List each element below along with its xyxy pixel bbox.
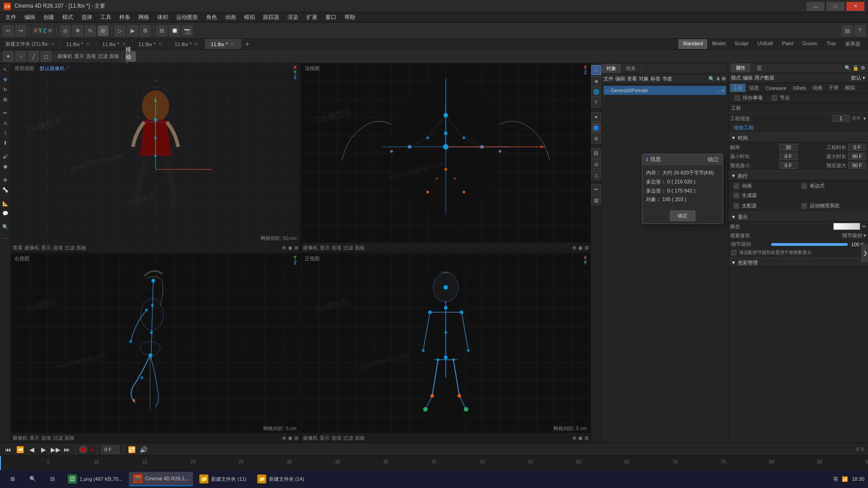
toolbar-render-preview[interactable]: ▷	[114, 25, 125, 36]
ris-edit[interactable]: ✏	[591, 184, 601, 194]
axis-y[interactable]: Y	[38, 28, 42, 34]
pmtab-project[interactable]: 工程	[730, 84, 745, 92]
playback-audio[interactable]: 🔊	[139, 446, 148, 453]
menu-simulate[interactable]: 模拟	[241, 13, 259, 22]
rst-object[interactable]: 对象	[639, 75, 649, 82]
section-colormgmt-header[interactable]: ▼ 色彩管理	[728, 258, 868, 267]
menu-render[interactable]: 渲染	[284, 13, 302, 22]
vp4-toolbar[interactable]: 摄像机 显示 选项 过滤 面板 ⊕ ◉ ⊞	[301, 433, 590, 443]
lt-select-tool[interactable]: ↖	[1, 65, 10, 74]
cb-todo[interactable]: 待办事项	[732, 94, 765, 102]
color-edit-icon[interactable]: ✏	[862, 224, 866, 230]
section-execution-header[interactable]: ▼ 执行	[728, 171, 868, 181]
exec-cb-dominator[interactable]: 支配器	[731, 202, 798, 210]
ris-material[interactable]: ◈	[591, 76, 601, 86]
ris-extra1[interactable]: ▧	[591, 195, 601, 205]
taskbar-lang[interactable]: 英	[833, 476, 838, 483]
exec-cb-physics-box[interactable]	[802, 203, 807, 209]
props-tab-attrib[interactable]: 属性	[731, 63, 750, 73]
axis-z[interactable]: Z	[43, 28, 46, 34]
obj-item-genesis8female[interactable]: ◇ Genesis8Female ◇ ●	[604, 86, 726, 95]
pmtab-info[interactable]: 信息	[746, 84, 762, 92]
right-collapse-arrow[interactable]: ❯	[862, 244, 868, 262]
tb2-point[interactable]: ○	[15, 51, 26, 62]
pst-mode[interactable]: 模式	[731, 75, 741, 81]
coordinate-mode[interactable]: ⊕	[48, 28, 52, 33]
lt-search-tool[interactable]: 🔍	[1, 222, 10, 231]
vp2-icon-1[interactable]: ⊕	[572, 245, 576, 251]
pmtab-simulate[interactable]: 模拟	[842, 84, 858, 92]
toolbar-camera[interactable]: 📷	[182, 25, 193, 36]
lt-extrude[interactable]: ⬆	[1, 138, 10, 147]
menu-file[interactable]: 文件	[2, 13, 20, 22]
menu-window[interactable]: 窗口	[322, 13, 340, 22]
tab-3[interactable]: 11.fbx * ✕	[133, 39, 169, 49]
mode-groom[interactable]: Groom	[798, 39, 822, 49]
menu-help[interactable]: 帮助	[341, 13, 359, 22]
exec-cb-expr[interactable]: 表达式	[799, 182, 866, 190]
exec-cb-dominator-box[interactable]	[734, 203, 739, 209]
ris-triangle[interactable]: △	[591, 170, 601, 180]
menu-character[interactable]: 角色	[203, 13, 221, 22]
prop-scale-project-link[interactable]: 缩放工程	[730, 124, 866, 131]
menu-tools[interactable]: 工具	[97, 13, 115, 22]
mode-paint[interactable]: Paint	[778, 39, 797, 49]
lt-move-tool[interactable]: ✥	[1, 75, 10, 84]
lt-poly-pen[interactable]: ✏	[1, 108, 10, 117]
tb2-move-tool[interactable]: 移动 +	[125, 51, 136, 62]
vp4-icon-3[interactable]: ⊞	[585, 435, 589, 441]
vp4-icon-1[interactable]: ⊕	[572, 435, 576, 441]
exec-cb-animate[interactable]: 动画	[731, 182, 798, 190]
minimize-button[interactable]: —	[807, 2, 825, 11]
menu-volume[interactable]: 体积	[154, 13, 172, 22]
lt-extra-tool[interactable]: …	[1, 232, 10, 241]
taskbar-taskview[interactable]: ⊟	[43, 472, 61, 486]
tb2-edge[interactable]: ╱	[28, 51, 39, 62]
mode-model[interactable]: Model	[708, 39, 730, 49]
tab-5[interactable]: 11.fbx * ✕	[205, 39, 241, 49]
rtab-functions[interactable]: 功夫	[621, 64, 641, 73]
taskbar-start[interactable]: ⊞	[4, 472, 22, 486]
vp2-icon-3[interactable]: ⊞	[585, 245, 589, 251]
pst-userdata[interactable]: 用户数据	[755, 75, 774, 81]
prop-prevmax-input[interactable]	[848, 162, 866, 169]
toolbar-rotate[interactable]: ↻	[85, 25, 96, 36]
prop-maxtime-input[interactable]	[848, 153, 866, 160]
tab-3-close[interactable]: ✕	[158, 42, 162, 47]
vp1-icon-3[interactable]: ⊞	[294, 245, 298, 251]
pst-edit[interactable]: 编辑	[743, 75, 753, 81]
lt-scale-tool[interactable]: ⊞	[1, 95, 10, 104]
taskbar-c4d[interactable]: 🎬 Cinema 4D R26.1...	[129, 472, 193, 486]
pmtab-bullet[interactable]: 子弹	[826, 84, 841, 92]
rtab-objects[interactable]: 对象	[602, 64, 621, 73]
vp2-icon-2[interactable]: ◉	[578, 245, 583, 251]
ris-objects[interactable]: □	[591, 65, 601, 75]
mode-new[interactable]: 新界面	[841, 39, 864, 49]
tab-1-close[interactable]: ✕	[86, 42, 90, 47]
viewport-top[interactable]: 顶视图 X Z	[301, 63, 590, 253]
props-tab-layer[interactable]: 层	[752, 63, 767, 73]
close-button[interactable]: ✕	[846, 2, 864, 11]
lt-knife[interactable]: ⚔	[1, 118, 10, 127]
prop-mintime-input[interactable]	[779, 153, 797, 160]
tab-4-close[interactable]: ✕	[194, 42, 198, 47]
mode-sculpt[interactable]: Sculpt	[731, 39, 753, 49]
exec-cb-gen[interactable]: 生成器	[731, 191, 798, 200]
taskbar-folder2[interactable]: 📁 新建文件夹 (14)	[253, 472, 309, 486]
ris-circle[interactable]: ◎	[591, 159, 601, 169]
menu-edit[interactable]: 编辑	[21, 13, 39, 22]
section-timing-header[interactable]: ▼ 时间	[728, 133, 868, 143]
lt-ik-tool[interactable]: 🦴	[1, 185, 10, 194]
mode-uvedit[interactable]: UVEdit	[753, 39, 777, 49]
menu-create[interactable]: 创建	[40, 13, 58, 22]
taskbar-search[interactable]: 🔍	[24, 472, 42, 486]
rp-add-icon[interactable]: A	[717, 76, 720, 82]
play-last-btn[interactable]: ⏭	[62, 446, 71, 453]
play-back-btn[interactable]: ◀	[27, 446, 36, 453]
lt-measure-tool[interactable]: 📐	[1, 199, 10, 208]
ris-gear[interactable]: ⚙	[591, 134, 601, 144]
menu-mesh[interactable]: 网格	[135, 13, 153, 22]
cb-todo-box[interactable]	[735, 95, 740, 101]
props-lock-icon[interactable]: 🔓	[853, 65, 859, 71]
ris-scene[interactable]: 🌐	[591, 87, 601, 97]
